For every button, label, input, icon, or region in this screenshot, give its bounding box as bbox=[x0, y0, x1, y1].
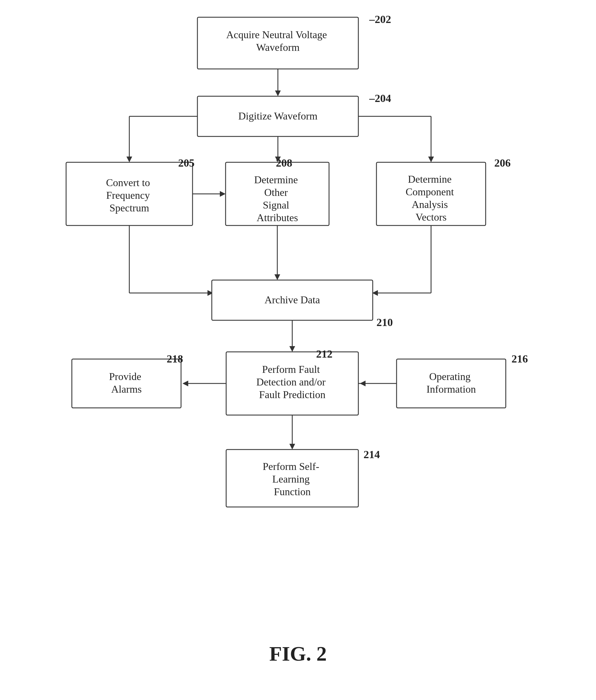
ref-206: 206 bbox=[494, 157, 511, 169]
ref-202: –202 bbox=[369, 13, 391, 25]
arrowhead-202-204 bbox=[275, 90, 281, 96]
diagram-container: Acquire Neutral Voltage Waveform –202 Di… bbox=[0, 0, 596, 700]
ref-210: 210 bbox=[376, 316, 393, 328]
ref-218: 218 bbox=[167, 353, 183, 365]
node-210-label: Archive Data bbox=[265, 294, 320, 306]
ref-216: 216 bbox=[512, 353, 528, 365]
arrowhead-204-left bbox=[126, 157, 132, 162]
ref-208: 208 bbox=[276, 157, 292, 169]
ref-214: 214 bbox=[364, 448, 380, 461]
node-205-label: Convert to Frequency Spectrum bbox=[106, 177, 153, 214]
arrowhead-212-218 bbox=[182, 381, 188, 386]
arrowhead-210-212 bbox=[289, 346, 295, 352]
node-212-label: Perform Fault Detection and/or Fault Pre… bbox=[256, 364, 328, 400]
arrowhead-208-archive bbox=[274, 274, 280, 280]
ref-204: –204 bbox=[369, 92, 391, 104]
arrowhead-204-right bbox=[428, 157, 434, 162]
node-204-label: Digitize Waveform bbox=[238, 110, 317, 122]
ref-212: 212 bbox=[316, 348, 332, 360]
arrowhead-212-214 bbox=[289, 444, 295, 449]
ref-205: 205 bbox=[178, 157, 195, 169]
arrowhead-216-212 bbox=[360, 381, 366, 386]
figure-label: FIG. 2 bbox=[269, 642, 327, 665]
arrowhead-205-208 bbox=[220, 191, 226, 197]
